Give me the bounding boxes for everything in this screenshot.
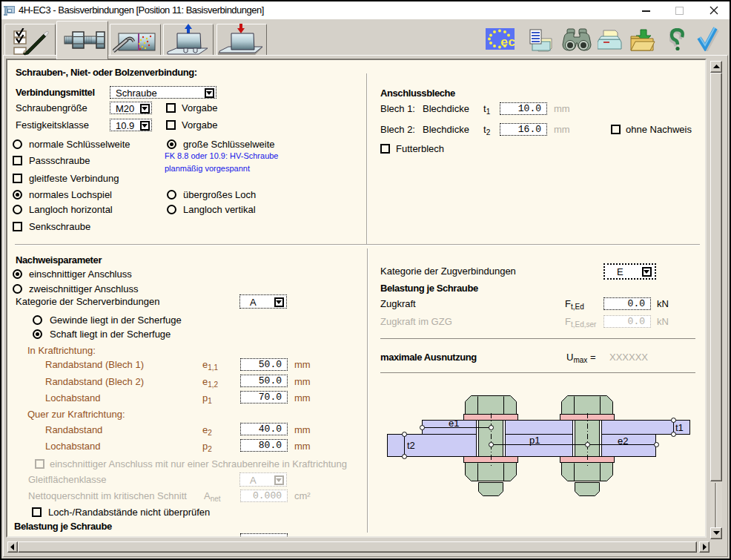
- svg-text:ec: ec: [500, 36, 515, 50]
- svg-text:p1: p1: [529, 435, 540, 446]
- svg-text:e2: e2: [618, 435, 628, 447]
- svg-text:t2: t2: [407, 440, 415, 451]
- svg-text:e1: e1: [449, 418, 459, 429]
- svg-text:t1: t1: [675, 422, 684, 433]
